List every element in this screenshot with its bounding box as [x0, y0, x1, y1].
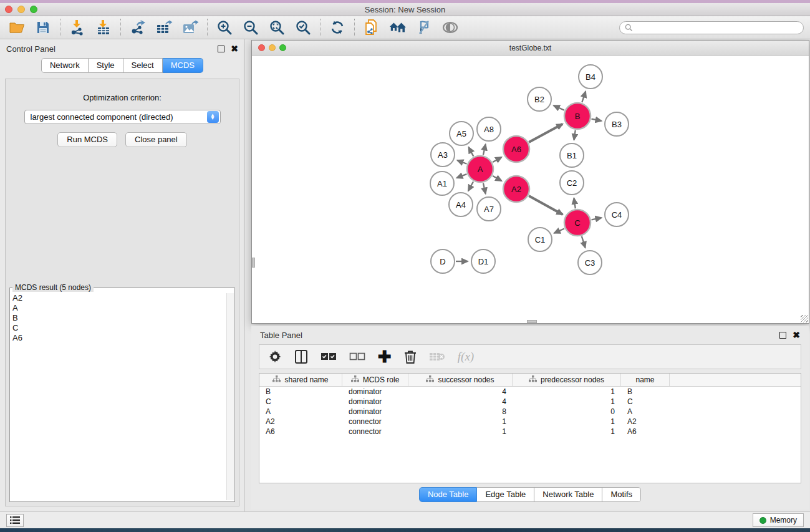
search-field[interactable]: [619, 21, 804, 34]
graph-edge-B-B2[interactable]: [554, 105, 564, 110]
graph-node-C2[interactable]: C2: [560, 171, 584, 195]
window-resize-grip-bottom[interactable]: [527, 320, 537, 323]
close-table-panel-icon[interactable]: ✖: [793, 332, 800, 339]
mcds-result-item[interactable]: A: [12, 303, 226, 313]
graph-edge-A-A4[interactable]: [468, 181, 473, 191]
column-header-name[interactable]: name: [621, 374, 670, 386]
graph-edge-C-C2[interactable]: [574, 198, 575, 208]
search-input[interactable]: [636, 22, 798, 33]
gear-icon[interactable]: [268, 350, 282, 364]
clear-checkboxes-icon[interactable]: [349, 352, 365, 361]
minimize-window-button[interactable]: [17, 6, 25, 13]
graph-edge-B-B3[interactable]: [592, 119, 602, 121]
run-mcds-button[interactable]: Run MCDS: [57, 132, 117, 147]
graph-node-B2[interactable]: B2: [528, 87, 551, 111]
network-canvas[interactable]: B4B2BB3B1A5A8A6A3AA1A2C2A4A7CC4C1C3DD1: [252, 56, 809, 323]
graph-edge-A-A3[interactable]: [457, 160, 466, 164]
graph-node-A4[interactable]: A4: [449, 193, 473, 216]
select-all-checkboxes-icon[interactable]: [321, 352, 337, 361]
network-minimize-button[interactable]: [269, 44, 276, 51]
column-header-predecessor-nodes[interactable]: predecessor nodes: [513, 374, 621, 386]
eye-icon[interactable]: [441, 19, 459, 36]
refresh-icon[interactable]: [329, 19, 346, 36]
graph-edge-A-A7[interactable]: [483, 183, 486, 193]
graph-node-D1[interactable]: D1: [471, 249, 495, 273]
graph-edge-A-A2[interactable]: [493, 176, 501, 181]
network-zoom-button[interactable]: [279, 44, 286, 51]
graph-node-C[interactable]: C: [564, 210, 591, 236]
home-icon[interactable]: [389, 19, 407, 36]
tab-motifs[interactable]: Motifs: [602, 487, 641, 502]
graph-edge-B-B4[interactable]: [582, 92, 586, 102]
column-header-shared-name[interactable]: shared name: [259, 374, 342, 386]
task-history-button[interactable]: [6, 514, 24, 527]
hide-labels-flag-icon[interactable]: [415, 19, 433, 36]
export-table-icon[interactable]: [155, 19, 173, 36]
graph-edge-C-C1[interactable]: [554, 228, 564, 233]
node-table[interactable]: shared nameMCDS rolesuccessor nodesprede…: [259, 373, 801, 483]
network-close-button[interactable]: [258, 44, 265, 51]
tab-network[interactable]: Network: [41, 58, 89, 73]
graph-node-A5[interactable]: A5: [450, 122, 473, 145]
save-session-icon[interactable]: [34, 19, 52, 36]
import-network-icon[interactable]: [69, 19, 86, 36]
graph-node-A8[interactable]: A8: [477, 117, 501, 141]
add-column-icon[interactable]: ✚: [378, 351, 392, 363]
graph-edge-A6-B[interactable]: [529, 124, 562, 142]
graph-node-B[interactable]: B: [564, 103, 591, 129]
graph-node-A7[interactable]: A7: [477, 197, 501, 221]
tab-edge-table[interactable]: Edge Table: [477, 487, 534, 502]
graph-edge-A-A6[interactable]: [493, 157, 501, 162]
column-header-successor-nodes[interactable]: successor nodes: [408, 374, 513, 386]
graph-edge-C-C4[interactable]: [592, 218, 602, 220]
float-panel-icon[interactable]: [218, 46, 224, 52]
tab-node-table[interactable]: Node Table: [419, 487, 478, 502]
table-row[interactable]: A6connector11A6: [259, 427, 801, 437]
window-resize-grip-left[interactable]: [252, 258, 255, 268]
network-window-titlebar[interactable]: testGlobe.txt: [252, 41, 809, 56]
graph-edge-A-A1[interactable]: [456, 174, 466, 178]
import-table-icon[interactable]: [95, 19, 112, 36]
tab-mcds[interactable]: MCDS: [163, 58, 203, 73]
close-panel-icon[interactable]: ✖: [231, 46, 238, 52]
graph-edge-A-A5[interactable]: [469, 147, 474, 157]
graph-node-A6[interactable]: A6: [503, 136, 529, 162]
float-table-panel-icon[interactable]: [779, 332, 786, 339]
tab-style[interactable]: Style: [89, 58, 123, 73]
table-row[interactable]: Bdominator41B: [259, 387, 801, 397]
graph-edge-A2-C[interactable]: [529, 196, 562, 215]
zoom-window-button[interactable]: [30, 6, 37, 13]
column-header-MCDS-role[interactable]: MCDS role: [342, 374, 408, 386]
graph-node-B1[interactable]: B1: [560, 143, 584, 167]
mcds-result-item[interactable]: B: [12, 313, 226, 323]
mcds-result-list[interactable]: A2ABCA6: [12, 293, 226, 500]
tab-network-table[interactable]: Network Table: [534, 487, 602, 502]
zoom-selected-icon[interactable]: [294, 19, 312, 36]
graph-node-A3[interactable]: A3: [431, 143, 455, 167]
zoom-out-icon[interactable]: [242, 19, 259, 36]
mcds-result-item[interactable]: A6: [12, 333, 226, 343]
mcds-result-item[interactable]: C: [12, 323, 226, 333]
delete-icon[interactable]: [404, 349, 417, 364]
table-row[interactable]: A2connector11A2: [259, 417, 801, 427]
columns-icon[interactable]: [294, 349, 308, 364]
graph-node-A2[interactable]: A2: [503, 176, 529, 202]
result-scrollbar[interactable]: [226, 293, 234, 500]
criterion-dropdown[interactable]: largest connected component (directed) ▲…: [24, 110, 221, 124]
graph-node-D[interactable]: D: [431, 249, 455, 273]
table-row[interactable]: Cdominator41C: [259, 397, 801, 407]
network-graph[interactable]: B4B2BB3B1A5A8A6A3AA1A2C2A4A7CC4C1C3DD1: [252, 56, 809, 323]
close-panel-button[interactable]: Close panel: [125, 132, 187, 147]
graph-node-B3[interactable]: B3: [605, 112, 629, 136]
delete-table-icon[interactable]: [429, 351, 445, 362]
window-resize-grip-corner[interactable]: [801, 315, 808, 322]
memory-button[interactable]: Memory: [753, 513, 804, 527]
graph-node-C3[interactable]: C3: [578, 251, 602, 274]
table-row[interactable]: Adominator80A: [259, 407, 801, 417]
clone-network-icon[interactable]: [363, 19, 380, 36]
export-network-icon[interactable]: [129, 19, 147, 36]
graph-node-A1[interactable]: A1: [430, 172, 454, 195]
function-builder-icon[interactable]: f(x): [458, 350, 474, 364]
graph-node-A[interactable]: A: [467, 156, 493, 182]
graph-node-C4[interactable]: C4: [605, 203, 629, 226]
